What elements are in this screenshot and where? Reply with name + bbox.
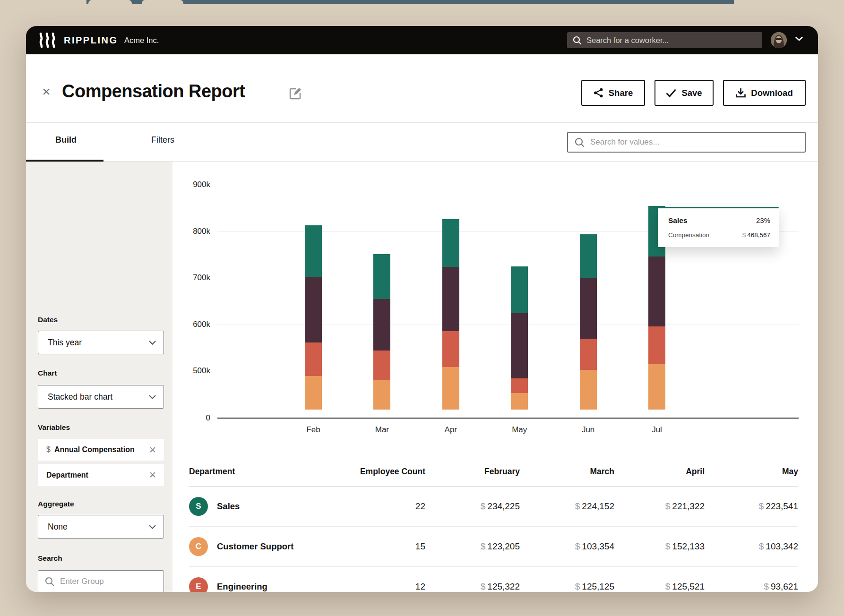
- currency-sign: $: [742, 231, 746, 239]
- bar-segment-feb-segment-teal-sales[interactable]: [305, 225, 322, 277]
- employee-count-cell: 15: [340, 541, 425, 552]
- dates-select[interactable]: This year: [38, 331, 164, 354]
- y-axis-tick-label: 700k: [168, 273, 210, 282]
- share-button[interactable]: Share: [581, 80, 645, 106]
- bar-segment-jun-segment-maroon[interactable]: [580, 278, 597, 339]
- bar-segment-mar-segment-orange[interactable]: [373, 380, 390, 410]
- department-cell: SSales: [189, 497, 340, 516]
- employee-count-cell: 22: [340, 501, 425, 512]
- bar-segment-apr-segment-orange[interactable]: [442, 367, 459, 410]
- bar-segment-may-segment-orange[interactable]: [511, 393, 528, 410]
- download-icon: [736, 88, 746, 98]
- dollar-icon: $: [46, 445, 51, 454]
- save-button[interactable]: Save: [655, 80, 714, 106]
- compensation-cell: $125,125: [520, 582, 614, 592]
- save-button-label: Save: [681, 88, 702, 98]
- x-axis-line: [217, 418, 799, 419]
- group-search-placeholder: Enter Group: [60, 577, 104, 586]
- bar-segment-may-segment-red[interactable]: [511, 378, 528, 393]
- bar-segment-apr-segment-red[interactable]: [442, 331, 459, 367]
- department-name: Sales: [217, 501, 240, 512]
- values-search-input[interactable]: Search for values...: [567, 132, 806, 153]
- chevron-down-icon: [149, 525, 156, 529]
- currency-sign: $: [575, 582, 580, 591]
- variables-label: Variables: [38, 423, 70, 432]
- bar-segment-may-segment-maroon[interactable]: [511, 313, 528, 378]
- column-header: May: [705, 467, 798, 477]
- bar-segment-jul-segment-maroon[interactable]: [648, 257, 665, 327]
- group-search-input[interactable]: Enter Group: [38, 570, 164, 592]
- table-row[interactable]: EEngineering12$125,322$125,125$125,521$9…: [189, 567, 798, 592]
- rippling-logo-icon: [39, 33, 58, 48]
- bar-segment-apr-segment-maroon[interactable]: [442, 267, 459, 331]
- x-axis-label-jun: Jun: [567, 425, 610, 435]
- compensation-cell: $93,621: [705, 582, 798, 592]
- chart-type-select-value: Stacked bar chart: [48, 392, 149, 402]
- bar-segment-jul-segment-orange[interactable]: [648, 364, 665, 410]
- remove-variable-icon[interactable]: ✕: [149, 445, 156, 455]
- department-name: Engineering: [217, 582, 267, 592]
- compensation-cell: $152,133: [614, 541, 705, 552]
- chevron-down-icon: [149, 395, 156, 399]
- currency-sign: $: [481, 582, 486, 591]
- currency-sign: $: [759, 501, 764, 511]
- table-row[interactable]: SSales22$234,225$224,152$221,322$223,541: [189, 487, 798, 527]
- variable-chip-department[interactable]: Department ✕: [38, 464, 164, 486]
- remove-variable-icon[interactable]: ✕: [149, 470, 156, 480]
- dates-select-value: This year: [48, 338, 149, 348]
- column-header: March: [520, 467, 614, 477]
- edit-title-icon[interactable]: [289, 87, 301, 100]
- close-report-button[interactable]: ×: [39, 85, 53, 99]
- aggregate-label: Aggregate: [38, 500, 74, 508]
- bar-segment-jun-segment-red[interactable]: [580, 339, 597, 370]
- background-browser-tab: [88, 0, 132, 4]
- chart-type-select[interactable]: Stacked bar chart: [38, 385, 164, 409]
- bar-segment-mar-segment-maroon[interactable]: [373, 299, 390, 350]
- currency-sign: $: [759, 541, 764, 551]
- coworker-search-placeholder: Search for a coworker...: [586, 36, 669, 45]
- user-avatar[interactable]: [771, 32, 787, 48]
- background-window-strip: [86, 0, 734, 4]
- bar-segment-feb-segment-orange[interactable]: [305, 376, 322, 410]
- account-menu-chevron-icon[interactable]: [795, 36, 803, 41]
- compensation-cell: $125,521: [614, 582, 705, 592]
- search-icon: [573, 36, 582, 45]
- coworker-search-input[interactable]: Search for a coworker...: [567, 32, 762, 48]
- currency-sign: $: [665, 501, 671, 511]
- bar-segment-mar-segment-teal-sales[interactable]: [373, 254, 390, 299]
- download-button[interactable]: Download: [723, 80, 806, 106]
- column-header: Department: [189, 467, 340, 477]
- company-name: Acme Inc.: [124, 36, 159, 45]
- compensation-cell: $123,205: [425, 541, 520, 552]
- tab-filters[interactable]: Filters: [151, 135, 174, 149]
- variable-chip-label: Department: [46, 471, 149, 479]
- rippling-logo[interactable]: RIPPLING: [39, 33, 118, 48]
- bar-segment-jul-segment-red[interactable]: [648, 326, 665, 364]
- bar-segment-jun-segment-orange[interactable]: [580, 370, 597, 410]
- bar-segment-apr-segment-teal-sales[interactable]: [442, 219, 459, 267]
- variable-chip-annual-compensation[interactable]: $ Annual Compensation ✕: [38, 439, 164, 461]
- department-name: Customer Support: [217, 541, 293, 552]
- table-row[interactable]: CCustomer Support15$123,205$103,354$152,…: [189, 527, 798, 567]
- department-table: DepartmentEmployee CountFebruaryMarchApr…: [189, 457, 798, 592]
- desktop-background: { "topbar": { "brand": "RIPPLING", "comp…: [0, 0, 844, 616]
- tab-build[interactable]: Build: [55, 135, 77, 149]
- background-browser-tab: [142, 0, 183, 4]
- tooltip-title: Sales: [668, 216, 688, 225]
- bar-segment-feb-segment-red[interactable]: [305, 342, 322, 376]
- top-navigation-bar: RIPPLING Acme Inc. Search for a coworker…: [26, 26, 818, 54]
- compensation-cell: $223,541: [705, 501, 798, 512]
- bar-segment-mar-segment-red[interactable]: [373, 351, 390, 380]
- share-button-label: Share: [609, 88, 633, 98]
- aggregate-select-value: None: [48, 522, 149, 532]
- bar-segment-feb-segment-maroon[interactable]: [305, 277, 322, 342]
- bar-segment-may-segment-teal-sales[interactable]: [511, 266, 528, 313]
- variable-chip-label: Annual Compensation: [54, 445, 149, 454]
- currency-sign: $: [665, 582, 671, 591]
- aggregate-select[interactable]: None: [38, 515, 164, 539]
- share-icon: [594, 88, 603, 98]
- bar-segment-jun-segment-teal-sales[interactable]: [580, 234, 597, 278]
- check-icon: [666, 89, 676, 97]
- header-divider: [26, 122, 818, 123]
- y-axis-tick-label: 800k: [168, 227, 210, 236]
